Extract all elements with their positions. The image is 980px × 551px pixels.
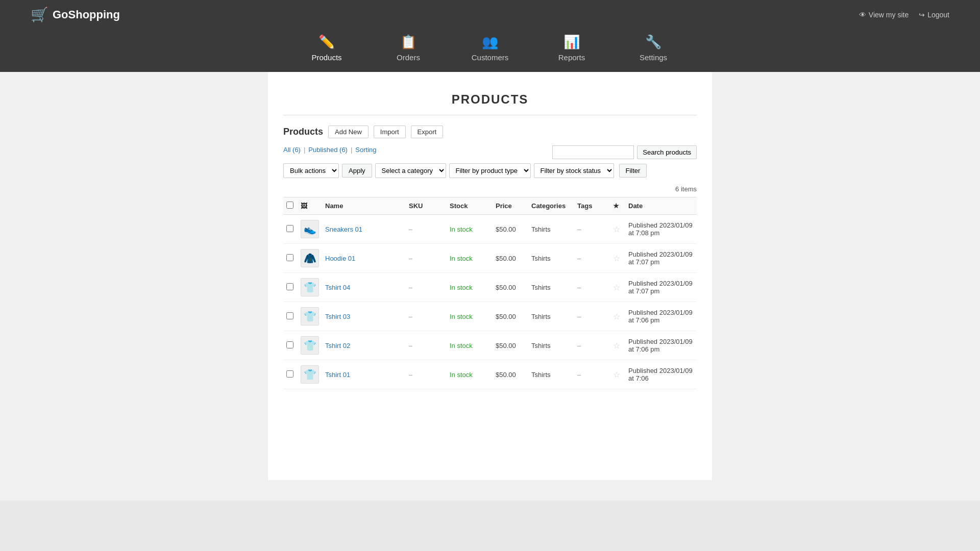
col-header-star: ★ bbox=[610, 197, 625, 215]
product-name-link-1[interactable]: Sneakers 01 bbox=[325, 226, 362, 233]
table-row: 👕 Tshirt 03 – In stock $50.00 Tshirts – … bbox=[283, 302, 697, 331]
content-area: PRODUCTS Products Add New Import Export … bbox=[268, 72, 712, 480]
product-categories-5: Tshirts bbox=[528, 331, 574, 360]
product-star-5[interactable]: ☆ bbox=[613, 341, 620, 350]
main-nav: ✏️ Products 📋 Orders 👥 Customers 📊 Repor… bbox=[0, 29, 980, 72]
all-filter-link[interactable]: All (6) bbox=[283, 146, 301, 154]
product-date-4: Published 2023/01/09 at 7:06 pm bbox=[625, 302, 697, 331]
search-products-button[interactable]: Search products bbox=[637, 145, 697, 159]
published-filter-link[interactable]: Published (6) bbox=[308, 146, 348, 154]
nav-item-orders[interactable]: 📋 Orders bbox=[388, 34, 429, 62]
col-header-stock[interactable]: Stock bbox=[447, 197, 493, 215]
product-name-link-2[interactable]: Hoodie 01 bbox=[325, 255, 355, 262]
product-stock-6: In stock bbox=[447, 360, 493, 389]
product-tags-5: – bbox=[574, 331, 610, 360]
search-input[interactable] bbox=[552, 145, 634, 159]
logout-button[interactable]: ↪ Logout bbox=[919, 11, 949, 19]
product-date-2: Published 2023/01/09 at 7:07 pm bbox=[625, 244, 697, 273]
product-price-3: $50.00 bbox=[493, 273, 528, 302]
product-sku-3: – bbox=[406, 273, 447, 302]
settings-icon: 🔧 bbox=[645, 34, 662, 50]
header-actions: 👁 View my site ↪ Logout bbox=[859, 11, 949, 19]
row-checkbox-5[interactable] bbox=[286, 341, 293, 348]
header: 🛒 GoShopping 👁 View my site ↪ Logout ✏️ … bbox=[0, 0, 980, 72]
sorting-filter-link[interactable]: Sorting bbox=[355, 146, 376, 154]
product-star-3[interactable]: ☆ bbox=[613, 283, 620, 292]
nav-label-reports: Reports bbox=[558, 53, 585, 62]
product-star-4[interactable]: ☆ bbox=[613, 312, 620, 321]
product-price-1: $50.00 bbox=[493, 215, 528, 244]
product-star-2[interactable]: ☆ bbox=[613, 254, 620, 263]
product-price-6: $50.00 bbox=[493, 360, 528, 389]
stock-status-select[interactable]: Filter by stock status bbox=[534, 163, 614, 178]
product-date-6: Published 2023/01/09 at 7:06 bbox=[625, 360, 697, 389]
view-site-label: View my site bbox=[869, 11, 909, 19]
product-tags-4: – bbox=[574, 302, 610, 331]
col-header-sku[interactable]: SKU bbox=[406, 197, 447, 215]
product-stock-5: In stock bbox=[447, 331, 493, 360]
nav-item-settings[interactable]: 🔧 Settings bbox=[633, 34, 674, 62]
select-all-checkbox[interactable] bbox=[286, 202, 293, 209]
product-star-6[interactable]: ☆ bbox=[613, 370, 620, 379]
export-button[interactable]: Export bbox=[411, 126, 444, 138]
col-header-categories[interactable]: Categories bbox=[528, 197, 574, 215]
product-name-link-6[interactable]: Tshirt 01 bbox=[325, 371, 350, 379]
product-name-link-4[interactable]: Tshirt 03 bbox=[325, 313, 350, 320]
product-date-5: Published 2023/01/09 at 7:06 pm bbox=[625, 331, 697, 360]
filter-links: All (6) | Published (6) | Sorting bbox=[283, 146, 377, 154]
bulk-actions-select[interactable]: Bulk actions bbox=[283, 163, 339, 178]
logo-text: GoShopping bbox=[53, 8, 120, 21]
table-row: 👕 Tshirt 02 – In stock $50.00 Tshirts – … bbox=[283, 331, 697, 360]
reports-icon: 📊 bbox=[564, 34, 580, 50]
col-header-img: 🖼 bbox=[298, 197, 322, 215]
product-stock-1: In stock bbox=[447, 215, 493, 244]
col-header-date[interactable]: Date bbox=[625, 197, 697, 215]
product-categories-6: Tshirts bbox=[528, 360, 574, 389]
product-price-2: $50.00 bbox=[493, 244, 528, 273]
nav-label-customers: Customers bbox=[472, 53, 509, 62]
page-wrapper: PRODUCTS Products Add New Import Export … bbox=[0, 72, 980, 500]
product-sku-1: – bbox=[406, 215, 447, 244]
toolbar-row: Bulk actions Apply Select a category Fil… bbox=[283, 163, 697, 178]
product-stock-4: In stock bbox=[447, 302, 493, 331]
import-button[interactable]: Import bbox=[374, 126, 406, 138]
col-header-name[interactable]: Name bbox=[322, 197, 406, 215]
product-thumbnail-4: 👕 bbox=[301, 307, 319, 325]
row-checkbox-6[interactable] bbox=[286, 370, 293, 378]
view-site-button[interactable]: 👁 View my site bbox=[859, 11, 909, 19]
products-table: 🖼 Name SKU Stock Price Categories Tags ★… bbox=[283, 197, 697, 389]
orders-icon: 📋 bbox=[400, 34, 416, 50]
col-header-tags[interactable]: Tags bbox=[574, 197, 610, 215]
customers-icon: 👥 bbox=[482, 34, 498, 50]
table-row: 👕 Tshirt 04 – In stock $50.00 Tshirts – … bbox=[283, 273, 697, 302]
product-type-select[interactable]: Filter by product type bbox=[449, 163, 531, 178]
table-row: 👟 Sneakers 01 – In stock $50.00 Tshirts … bbox=[283, 215, 697, 244]
row-checkbox-2[interactable] bbox=[286, 254, 293, 261]
page-title: PRODUCTS bbox=[283, 82, 697, 115]
row-checkbox-4[interactable] bbox=[286, 312, 293, 319]
product-tags-3: – bbox=[574, 273, 610, 302]
row-checkbox-1[interactable] bbox=[286, 225, 293, 232]
product-price-4: $50.00 bbox=[493, 302, 528, 331]
product-name-link-5[interactable]: Tshirt 02 bbox=[325, 342, 350, 349]
add-new-button[interactable]: Add New bbox=[328, 126, 369, 138]
product-categories-4: Tshirts bbox=[528, 302, 574, 331]
col-header-price[interactable]: Price bbox=[493, 197, 528, 215]
nav-item-products[interactable]: ✏️ Products bbox=[306, 34, 347, 62]
nav-label-products: Products bbox=[311, 53, 341, 62]
product-stock-3: In stock bbox=[447, 273, 493, 302]
product-price-5: $50.00 bbox=[493, 331, 528, 360]
category-select[interactable]: Select a category bbox=[375, 163, 446, 178]
logout-icon: ↪ bbox=[919, 11, 925, 19]
product-star-1[interactable]: ☆ bbox=[613, 225, 620, 234]
product-categories-1: Tshirts bbox=[528, 215, 574, 244]
product-name-link-3[interactable]: Tshirt 04 bbox=[325, 284, 350, 291]
row-checkbox-3[interactable] bbox=[286, 283, 293, 290]
filter-button[interactable]: Filter bbox=[619, 164, 647, 178]
header-top: 🛒 GoShopping 👁 View my site ↪ Logout bbox=[0, 0, 980, 29]
product-tags-6: – bbox=[574, 360, 610, 389]
nav-item-reports[interactable]: 📊 Reports bbox=[551, 34, 592, 62]
nav-item-customers[interactable]: 👥 Customers bbox=[470, 34, 510, 62]
apply-button[interactable]: Apply bbox=[342, 164, 372, 178]
cart-icon: 🛒 bbox=[31, 6, 48, 23]
